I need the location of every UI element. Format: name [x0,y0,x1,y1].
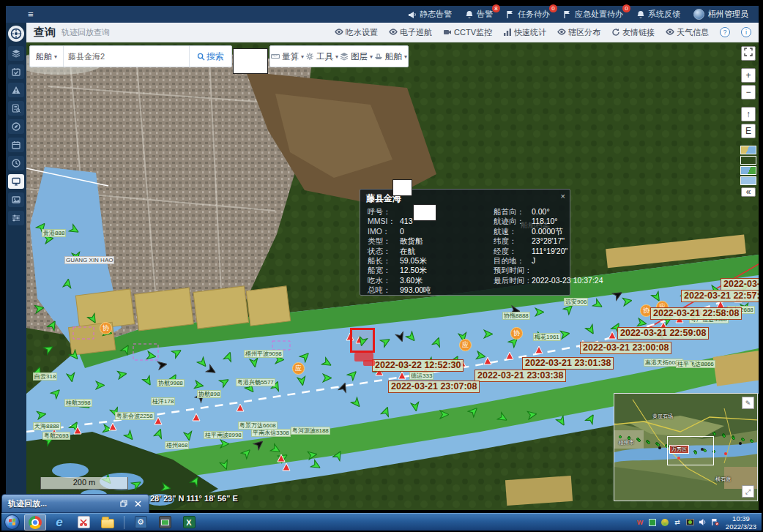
nav-item-静态告警[interactable]: 静态告警 [408,9,452,20]
ship-marker[interactable] [556,416,569,429]
sidebar-item-monitor[interactable] [8,174,24,189]
sidebar-item-doc-search[interactable] [8,101,24,116]
sidebar-item-layers[interactable] [8,46,24,61]
ship-marker[interactable] [142,375,155,389]
basemap-thumbnail-satellite[interactable] [740,156,756,165]
tray-w-app[interactable]: W [636,518,644,527]
minimap-edit-button[interactable]: ✎ [742,397,754,409]
ship-marker[interactable] [123,430,136,443]
ship-marker[interactable] [467,404,480,417]
ship-marker[interactable] [50,386,63,399]
ship-marker[interactable] [146,351,157,361]
tool-工具-dropdown[interactable]: 工具▾ [305,51,338,62]
toggle-辖区分布[interactable]: 辖区分布 [557,27,600,38]
taskbar-app-ie[interactable]: e [48,514,70,531]
search-button[interactable]: 搜索 [189,46,231,67]
tray-volume[interactable] [698,518,707,527]
toggle-友情链接[interactable]: 友情链接 [611,27,655,38]
ship-marker[interactable] [120,342,133,356]
minimap-expand-button[interactable]: ⤢ [742,485,754,498]
ship-marker[interactable] [431,335,444,348]
basemap-thumbnail-sea[interactable] [740,176,756,185]
tray-av-app[interactable] [660,518,669,527]
resource-badge[interactable]: 协 [100,322,112,334]
nav-item-系统反馈[interactable]: 系统反馈 [636,9,680,20]
restore-window-button[interactable] [120,500,127,507]
trackpoint-cone-marker[interactable] [73,424,83,434]
tray-sync-app[interactable]: ⇄ [673,518,682,527]
trackpoint-cone-marker[interactable] [236,402,245,411]
black-ship-marker[interactable] [157,359,168,370]
selected-ship-marker[interactable] [358,334,368,343]
nav-item-告警[interactable]: 告警8 [465,9,493,20]
trackpoint-cone-marker[interactable] [608,329,617,339]
ship-marker[interactable] [219,460,231,472]
sidebar-item-calendar[interactable] [8,138,24,152]
black-ship-marker[interactable] [338,381,350,393]
taskbar-app-control-app[interactable]: ⚙ [130,514,152,531]
close-icon[interactable]: × [561,192,565,201]
trackpoint-cone-marker[interactable] [282,461,291,471]
info-button[interactable]: i [741,27,751,37]
taskbar-app-explorer[interactable] [97,514,119,531]
selected-ship-box[interactable] [350,328,375,353]
ship-marker[interactable] [161,482,172,493]
trackpoint-cone-marker[interactable] [192,411,201,421]
ship-marker[interactable] [321,357,335,370]
ship-marker[interactable] [249,358,260,369]
close-window-button[interactable] [135,500,141,507]
sidebar-item-clock[interactable] [8,156,24,171]
trackpoint-cone-marker[interactable] [108,421,118,430]
ship-marker[interactable] [87,313,100,326]
ship-marker[interactable] [190,474,203,487]
search-category-dropdown[interactable]: 船舶 ▾ [30,46,64,67]
sidebar-item-warning[interactable] [8,83,24,97]
trackpoint-cone-marker[interactable] [535,344,544,353]
edit-mode-button[interactable]: E [741,124,756,138]
toggle-CCTV监控[interactable]: CCTV监控 [443,27,492,38]
zoom-out-button[interactable]: − [741,85,756,100]
ship-marker[interactable] [37,409,48,420]
ship-marker[interactable] [43,342,56,356]
ship-marker[interactable] [219,375,232,389]
toggle-电子巡航[interactable]: 电子巡航 [389,27,432,38]
user-menu[interactable]: 梧州管理员 [693,9,748,20]
ship-marker[interactable] [332,449,346,462]
ship-marker[interactable] [34,303,45,314]
trackpoint-cone-marker[interactable] [154,415,163,424]
taskbar-clock[interactable]: 10:39 2022/3/23 [719,514,762,531]
overview-minimap[interactable]: 梧州市万秀区黄屋石场横石塘 ✎ ⤢ [614,393,758,501]
ship-marker[interactable] [47,318,60,331]
collapse-basemaps-button[interactable]: « [741,187,756,197]
taskbar-app-chrome[interactable] [24,514,46,531]
trackpoint-cone-marker[interactable] [505,350,515,359]
ship-marker[interactable] [380,405,392,417]
ship-marker[interactable] [223,350,235,362]
ship-marker[interactable] [96,381,105,390]
taskbar-app-snipping[interactable] [72,514,94,531]
start-button[interactable] [4,514,20,530]
help-button[interactable]: ? [720,27,730,37]
ship-marker[interactable] [308,449,319,460]
ship-marker[interactable] [240,446,253,459]
north-arrow-button[interactable]: ↑ [741,107,756,121]
basemap-thumbnail-vector[interactable] [740,146,756,154]
ship-marker[interactable] [484,329,494,339]
sidebar-item-calendar-check[interactable] [8,64,24,79]
tool-量算-dropdown[interactable]: 量算▾ [271,51,304,62]
taskbar-app-remote-desktop[interactable] [154,514,176,531]
ship-marker[interactable] [585,412,598,425]
search-input[interactable] [64,52,189,61]
ship-marker[interactable] [68,349,81,362]
ship-marker[interactable] [535,307,545,317]
black-ship-marker[interactable] [253,437,266,450]
ship-marker[interactable] [380,335,393,348]
hamburger-menu-icon[interactable]: ≡ [28,9,34,20]
taskbar-app-excel[interactable]: X [178,514,200,531]
black-ship-marker[interactable] [395,331,407,344]
nav-item-应急处置待办[interactable]: 应急处置待办0 [563,9,623,20]
ship-marker[interactable] [585,324,598,337]
tool-图层-dropdown[interactable]: 图层▾ [340,51,373,62]
ship-marker[interactable] [183,431,194,442]
fullscreen-button[interactable] [741,46,756,61]
